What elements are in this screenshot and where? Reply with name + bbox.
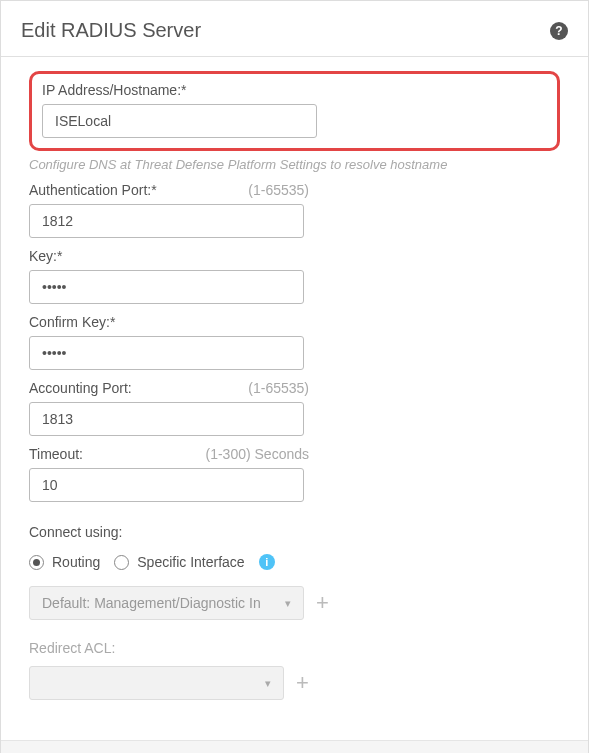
auth-port-hint: (1-65535) — [248, 182, 309, 198]
redirect-acl-select: ▾ — [29, 666, 284, 700]
ip-hostname-label: IP Address/Hostname:* — [42, 82, 547, 98]
add-interface-button[interactable]: + — [316, 592, 329, 614]
modal-title: Edit RADIUS Server — [21, 19, 201, 42]
routing-radio-label: Routing — [52, 554, 100, 570]
interface-select: Default: Management/Diagnostic In ▾ — [29, 586, 304, 620]
key-label: Key:* — [29, 248, 560, 264]
modal-body: IP Address/Hostname:* Configure DNS at T… — [1, 57, 588, 740]
dns-note: Configure DNS at Threat Defense Platform… — [29, 157, 560, 172]
info-icon[interactable]: i — [259, 554, 275, 570]
connect-using-label: Connect using: — [29, 524, 560, 540]
auth-port-label: Authentication Port:* — [29, 182, 157, 198]
chevron-down-icon: ▾ — [285, 597, 291, 610]
confirm-key-input[interactable] — [29, 336, 304, 370]
help-icon[interactable]: ? — [550, 22, 568, 40]
interface-select-row: Default: Management/Diagnostic In ▾ + — [29, 586, 560, 620]
specific-interface-radio-label: Specific Interface — [137, 554, 244, 570]
modal-header: Edit RADIUS Server ? — [1, 1, 588, 57]
timeout-label: Timeout: — [29, 446, 83, 462]
ip-hostname-highlight: IP Address/Hostname:* — [29, 71, 560, 151]
routing-radio[interactable] — [29, 555, 44, 570]
edit-radius-server-dialog: Edit RADIUS Server ? IP Address/Hostname… — [0, 0, 589, 753]
accounting-port-input[interactable] — [29, 402, 304, 436]
redirect-acl-row: ▾ + — [29, 666, 560, 700]
redirect-acl-label: Redirect ACL: — [29, 640, 560, 656]
accounting-port-hint: (1-65535) — [248, 380, 309, 396]
add-redirect-acl-button[interactable]: + — [296, 672, 309, 694]
chevron-down-icon: ▾ — [265, 677, 271, 690]
timeout-input[interactable] — [29, 468, 304, 502]
specific-interface-radio[interactable] — [114, 555, 129, 570]
connect-using-radios: Routing Specific Interface i — [29, 554, 560, 570]
key-input[interactable] — [29, 270, 304, 304]
confirm-key-label: Confirm Key:* — [29, 314, 560, 330]
timeout-hint: (1-300) Seconds — [205, 446, 309, 462]
modal-footer: Cancel Save — [1, 740, 588, 753]
interface-select-value: Default: Management/Diagnostic In — [42, 595, 261, 611]
accounting-port-label: Accounting Port: — [29, 380, 132, 396]
ip-hostname-input[interactable] — [42, 104, 317, 138]
auth-port-input[interactable] — [29, 204, 304, 238]
